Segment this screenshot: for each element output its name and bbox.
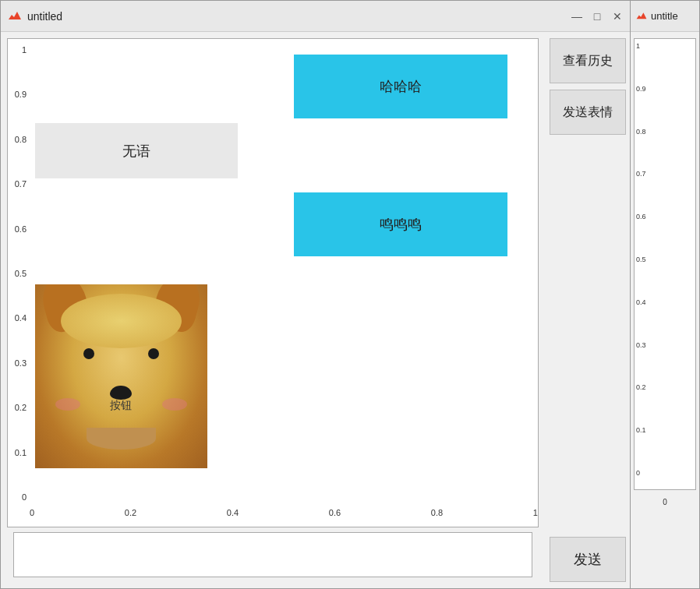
second-y-axis: 1 0.9 0.8 0.7 0.6 0.5 0.4 0.3 0.2 0.1 0 bbox=[636, 42, 646, 477]
y-label-02: 0.2 bbox=[15, 403, 27, 412]
second-window-title: untitle bbox=[651, 10, 678, 22]
dog-button-label: 按钮 bbox=[110, 399, 132, 413]
dog-cheek-left bbox=[55, 398, 80, 411]
dog-nose bbox=[110, 386, 132, 400]
y-label-09: 0.9 bbox=[15, 90, 27, 99]
minimize-button[interactable]: — bbox=[570, 9, 584, 23]
bottom-input-area bbox=[7, 527, 539, 582]
x-label-06: 0.6 bbox=[329, 508, 341, 517]
x-label-0: 0 bbox=[30, 508, 34, 517]
dog-eye-left bbox=[83, 348, 94, 359]
dog-cheek-right bbox=[162, 398, 187, 411]
second-title-bar: untitle bbox=[631, 1, 699, 32]
window-title: untitled bbox=[27, 10, 570, 23]
y-label-1: 1 bbox=[22, 45, 27, 55]
x-label-1: 1 bbox=[533, 508, 538, 517]
dog-image bbox=[35, 284, 208, 468]
wuyu-button[interactable]: 无语 bbox=[35, 123, 239, 178]
dog-eye-right bbox=[148, 348, 159, 359]
close-button[interactable]: ✕ bbox=[610, 9, 624, 23]
hahaha-button[interactable]: 哈哈哈 bbox=[294, 55, 507, 119]
send-emoji-button[interactable]: 发送表情 bbox=[550, 90, 626, 135]
x-label-04: 0.4 bbox=[227, 508, 239, 517]
matlab-icon-2 bbox=[635, 10, 648, 23]
title-controls: — □ ✕ bbox=[570, 9, 624, 23]
second-x-label: 0 bbox=[631, 496, 699, 508]
y-label-06: 0.6 bbox=[15, 224, 27, 234]
title-bar: untitled — □ ✕ bbox=[1, 1, 631, 32]
view-history-button[interactable]: 查看历史 bbox=[550, 38, 626, 83]
message-input[interactable] bbox=[13, 532, 532, 577]
second-window: untitle 1 0.9 0.8 0.7 0.6 0.5 0.4 0.3 0.… bbox=[630, 0, 700, 589]
x-label-02: 0.2 bbox=[125, 508, 136, 517]
y-label-0: 0 bbox=[22, 492, 27, 502]
mumumu-button[interactable]: 鸣鸣鸣 bbox=[294, 192, 507, 257]
y-label-04: 0.4 bbox=[15, 313, 27, 323]
y-label-03: 0.3 bbox=[15, 358, 27, 368]
y-label-07: 0.7 bbox=[15, 179, 27, 189]
dog-button[interactable]: 按钮 bbox=[35, 284, 208, 468]
plot-area: 1 0.9 0.8 0.7 0.6 0.5 0.4 0.3 0.2 0.1 0 … bbox=[1, 32, 545, 588]
y-label-05: 0.5 bbox=[15, 269, 27, 278]
y-axis: 1 0.9 0.8 0.7 0.6 0.5 0.4 0.3 0.2 0.1 0 bbox=[8, 45, 30, 502]
main-window: untitled — □ ✕ 1 0.9 0.8 0.7 0.6 0.5 0.4… bbox=[0, 0, 631, 589]
right-sidebar: 查看历史 发送表情 发送 bbox=[545, 32, 631, 588]
maximize-button[interactable]: □ bbox=[590, 9, 604, 23]
y-label-08: 0.8 bbox=[15, 135, 27, 144]
plot-inner: 哈哈哈 无语 鸣鸣鸣 bbox=[30, 45, 538, 505]
second-chart: 1 0.9 0.8 0.7 0.6 0.5 0.4 0.3 0.2 0.1 0 bbox=[634, 38, 696, 490]
matlab-icon bbox=[7, 9, 23, 24]
x-axis: 0 0.2 0.4 0.6 0.8 1 bbox=[30, 505, 538, 527]
y-label-01: 0.1 bbox=[15, 448, 27, 457]
send-button[interactable]: 发送 bbox=[550, 537, 626, 582]
chart-container: 1 0.9 0.8 0.7 0.6 0.5 0.4 0.3 0.2 0.1 0 … bbox=[7, 38, 539, 527]
x-label-08: 0.8 bbox=[431, 508, 443, 517]
content-area: 1 0.9 0.8 0.7 0.6 0.5 0.4 0.3 0.2 0.1 0 … bbox=[1, 32, 631, 588]
